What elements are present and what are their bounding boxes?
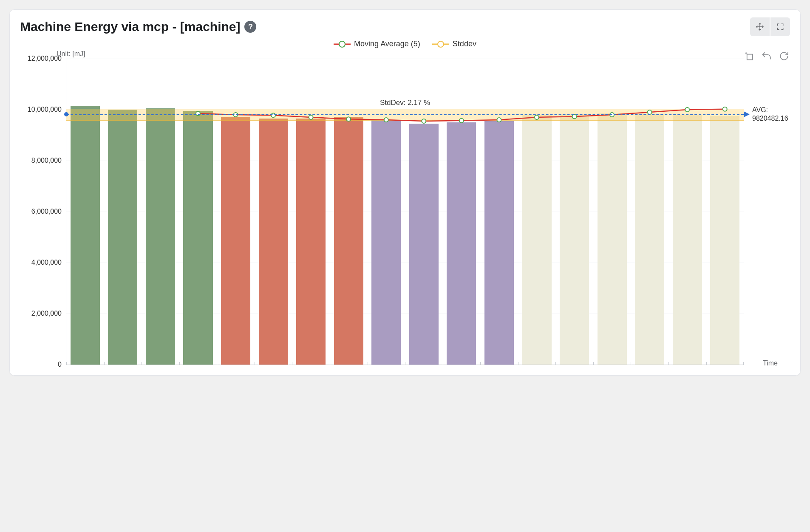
y-axis: 02,000,0004,000,0006,000,0008,000,00010,… <box>20 59 66 365</box>
moving-average-point[interactable] <box>685 108 689 112</box>
help-icon[interactable]: ? <box>244 21 256 33</box>
y-tick-label: 10,000,000 <box>28 106 62 113</box>
avg-line-start-dot <box>64 112 68 116</box>
y-tick-label: 4,000,000 <box>31 259 62 266</box>
legend-label: Stddev <box>453 40 476 48</box>
avg-label: AVG:9820482.16 <box>752 106 788 123</box>
y-tick-label: 8,000,000 <box>31 157 62 164</box>
moving-average-point[interactable] <box>422 119 426 123</box>
y-tick-label: 0 <box>58 361 62 368</box>
y-tick-label: 2,000,000 <box>31 310 62 317</box>
stddev-label: StdDev: 2.17 % <box>380 99 430 107</box>
plot-area[interactable]: Time StdDev: 2.17 %AVG:9820482.16 <box>66 59 744 365</box>
chart-panel: Machine Energy via mcp - [machine] ? Mov… <box>9 9 801 376</box>
legend-moving-average[interactable]: Moving Average (5) <box>334 40 420 48</box>
legend-stddev[interactable]: Stddev <box>432 40 476 48</box>
moving-average-point[interactable] <box>271 113 275 117</box>
moving-average-point[interactable] <box>723 107 727 111</box>
panel-header: Machine Energy via mcp - [machine] ? <box>20 17 790 36</box>
chart-toolbar <box>742 50 790 62</box>
panel-header-buttons <box>750 17 790 36</box>
y-tick-label: 6,000,000 <box>31 208 62 215</box>
y-axis-unit-label: Unit: [mJ] <box>57 50 790 58</box>
moving-average-point[interactable] <box>535 115 539 119</box>
legend-label: Moving Average (5) <box>354 40 420 48</box>
moving-average-point[interactable] <box>384 118 388 122</box>
moving-average-point[interactable] <box>459 119 464 123</box>
panel-title: Machine Energy via mcp - [machine] <box>20 20 240 34</box>
undo-icon[interactable] <box>760 50 772 62</box>
legend: Moving Average (5) Stddev <box>20 40 790 48</box>
avg-line-arrow <box>744 111 750 117</box>
moving-average-point[interactable] <box>346 117 351 121</box>
moving-average-point[interactable] <box>648 110 652 114</box>
chart-area: Unit: [mJ] 02,000,0004,000,0006,000,0008… <box>20 50 790 365</box>
add-area-icon[interactable] <box>742 50 754 62</box>
refresh-icon[interactable] <box>778 50 790 62</box>
fullscreen-button[interactable] <box>770 17 790 36</box>
moving-average-point[interactable] <box>497 118 501 122</box>
avg-line <box>66 114 744 115</box>
x-axis-label: Time <box>763 359 778 367</box>
moving-average-point[interactable] <box>309 115 313 119</box>
y-tick-label: 12,000,000 <box>28 55 62 62</box>
move-panel-button[interactable] <box>750 17 770 36</box>
